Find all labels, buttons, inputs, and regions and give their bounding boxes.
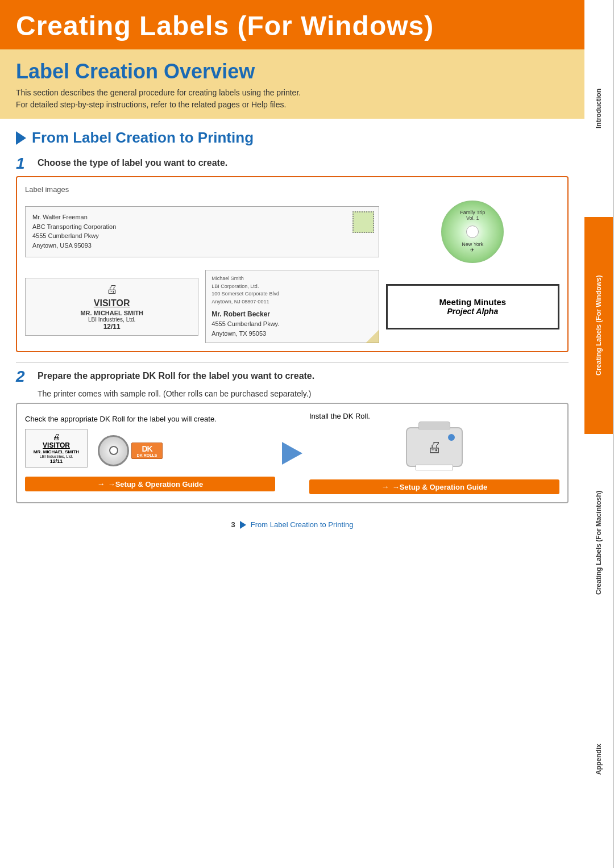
side-tab-creating-win-label: Creating Labels (For Windows)	[595, 276, 603, 376]
printer-label-slot	[416, 465, 453, 470]
shipping-label: Michael Smith LBI Corporation, Ltd. 100 …	[205, 270, 379, 343]
step2-left-desc: Check the appropriate DK Roll for the la…	[25, 415, 217, 423]
divider	[16, 362, 569, 363]
address-city: Anytown, USA 95093	[32, 241, 372, 251]
step2-right-desc: Install the DK Roll.	[309, 412, 370, 420]
label-images-title: Label images	[25, 185, 559, 194]
guide-link-1-text: →Setup & Operation Guide	[108, 480, 204, 489]
label-images-box: Label images Mr. Walter Freeman ABC Tran…	[16, 176, 569, 352]
page-title: Creating Labels (For Windows)	[16, 10, 569, 41]
guide-link-1[interactable]: → →Setup & Operation Guide	[25, 477, 275, 491]
overview-desc-2: For detailed step-by-step instructions, …	[16, 99, 569, 111]
cd-circle: Family Trip Vol. 1 New York ✈	[441, 201, 504, 263]
step2-left: Check the appropriate DK Roll for the la…	[25, 415, 275, 491]
step2-title: Prepare the appropriate DK Roll for the …	[38, 369, 314, 381]
shipping-to-city: Anytown, TX 95053	[211, 329, 372, 339]
cd-title: Family Trip Vol. 1	[460, 210, 485, 221]
badge-date: 12/11	[103, 323, 121, 331]
overview-desc-1: This section describes the general proce…	[16, 87, 569, 99]
step1-title: Choose the type of label you want to cre…	[38, 156, 227, 168]
meeting-title: Meeting Minutes	[439, 297, 507, 307]
dk-circle-inner	[109, 446, 118, 455]
overview-heading: Label Creation Overview	[16, 60, 569, 84]
guide-link-2-text: →Setup & Operation Guide	[392, 483, 488, 491]
cd-location: New York ✈	[462, 241, 483, 253]
badge-sm-name: MR. MICHAEL SMITH	[30, 449, 82, 454]
side-tab-creating-mac[interactable]: Creating Labels (For Macintosh)	[584, 434, 614, 651]
dk-roll-container: 🖨 VISITOR MR. MICHAEL SMITH LBI Industri…	[25, 429, 163, 472]
badge-name: MR. MICHAEL SMITH	[80, 310, 143, 316]
dk-circle-roll	[98, 435, 129, 466]
badge-company: LBI Industries, Ltd.	[88, 316, 135, 323]
address-company: ABC Transporting Corporation	[32, 222, 372, 232]
footer-page-number: 3	[231, 520, 235, 529]
dk-roll-visual: DK DK ROLLS	[93, 435, 163, 466]
badge-small: 🖨 VISITOR MR. MICHAEL SMITH LBI Industri…	[25, 429, 88, 468]
side-tab-appendix[interactable]: Appendix	[584, 651, 614, 868]
printer-icon: 🖨	[106, 283, 118, 296]
meeting-subtitle: Project Alpha	[447, 307, 498, 316]
visitor-sm: VISITOR	[30, 441, 82, 449]
meeting-label: Meeting Minutes Project Alpha	[386, 284, 559, 329]
step1-number: 1	[16, 156, 33, 172]
step2-desc: The printer comes with sample roll. (Oth…	[38, 389, 569, 398]
footer-arrow-icon	[240, 521, 246, 529]
page-header: Creating Labels (For Windows)	[0, 0, 584, 49]
printer-button	[448, 434, 455, 441]
section-overview: Label Creation Overview This section des…	[0, 49, 584, 119]
address-name: Mr. Walter Freeman	[32, 212, 372, 222]
step2-box: Check the appropriate DK Roll for the la…	[16, 403, 569, 503]
guide-arrow-icon-2: →	[381, 482, 389, 491]
side-tab-intro-label: Introduction	[595, 89, 603, 128]
step2-container: 2 Prepare the appropriate DK Roll for th…	[0, 369, 584, 503]
badge-illustration: 🖨 VISITOR MR. MICHAEL SMITH LBI Industri…	[25, 429, 88, 472]
shipping-to-name: Mr. Robert Becker	[211, 309, 372, 319]
guide-link-2[interactable]: → →Setup & Operation Guide	[309, 479, 559, 494]
printer-body: 🖨	[406, 427, 463, 467]
sub-heading-container: From Label Creation to Printing	[0, 124, 584, 150]
label-samples-grid: Mr. Walter Freeman ABC Transporting Corp…	[25, 201, 559, 343]
badge-visitor: VISITOR	[94, 298, 130, 308]
address-street: 4555 Cumberland Pkwy	[32, 231, 372, 241]
printer-visual: 🖨	[406, 427, 463, 467]
step1-container: 1 Choose the type of label you want to c…	[0, 156, 584, 352]
step2-arrow	[275, 442, 309, 465]
side-tab-appendix-label: Appendix	[595, 744, 603, 775]
printer-top	[418, 422, 450, 429]
side-tabs: Introduction Creating Labels (For Window…	[584, 0, 614, 868]
step2-right: Install the DK Roll. 🖨 → →Setup & Operat…	[309, 412, 559, 494]
dk-badge-wrap: 🖨 VISITOR MR. MICHAEL SMITH LBI Industri…	[25, 429, 163, 472]
footer-link-text: From Label Creation to Printing	[251, 520, 354, 529]
dk-label-box: DK DK ROLLS	[131, 443, 163, 459]
side-tab-creating-mac-label: Creating Labels (For Macintosh)	[595, 490, 603, 594]
badge-label: 🖨 VISITOR MR. MICHAEL SMITH LBI Industri…	[25, 278, 198, 336]
page-footer: 3 From Label Creation to Printing	[0, 514, 584, 532]
arrow-icon	[16, 131, 26, 145]
printer-icon-sm: 🖨	[30, 432, 82, 441]
arrow-shape	[282, 442, 302, 465]
cd-label: Family Trip Vol. 1 New York ✈	[386, 201, 559, 263]
shipping-from: Michael Smith LBI Corporation, Ltd. 100 …	[211, 275, 372, 306]
badge-sm-company: LBI Industries, Ltd.	[30, 454, 82, 458]
printer-emoji: 🖨	[427, 439, 442, 456]
guide-arrow-icon-1: →	[97, 479, 105, 489]
badge-sm-date: 12/11	[30, 458, 82, 464]
address-label: Mr. Walter Freeman ABC Transporting Corp…	[25, 206, 379, 257]
step2-number: 2	[16, 369, 33, 385]
cd-inner-circle	[466, 226, 479, 238]
side-tab-creating-win[interactable]: Creating Labels (For Windows)	[584, 217, 614, 434]
shipping-to-street: 4555 Cumberland Pkwy.	[211, 319, 372, 329]
sub-heading-title: From Label Creation to Printing	[32, 129, 254, 147]
step1-header: 1 Choose the type of label you want to c…	[16, 156, 569, 172]
stamp-box	[352, 211, 374, 233]
side-tab-intro[interactable]: Introduction	[584, 0, 614, 217]
tape-corner	[366, 329, 379, 343]
step2-header: 2 Prepare the appropriate DK Roll for th…	[16, 369, 569, 385]
